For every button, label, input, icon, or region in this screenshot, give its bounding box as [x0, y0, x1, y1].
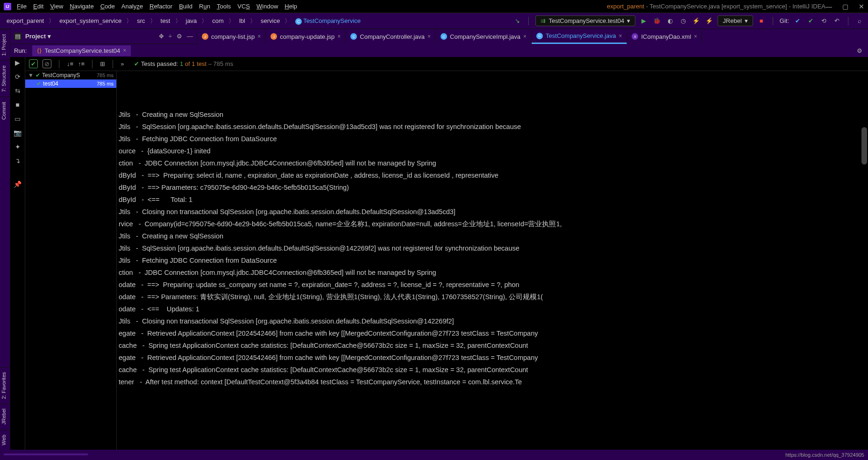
- run-settings-gear-icon[interactable]: ⚙: [855, 46, 864, 55]
- coverage-icon[interactable]: ◐: [665, 16, 675, 26]
- run-config-label: TestCompanyService.test04: [548, 17, 624, 24]
- menu-refactor[interactable]: Refactor: [149, 3, 172, 10]
- crumb-7[interactable]: service: [258, 16, 283, 25]
- crumb-3[interactable]: test: [158, 16, 173, 25]
- locate-icon[interactable]: ✥: [159, 33, 164, 40]
- editor-tab[interactable]: XICompanyDao.xml×: [627, 29, 702, 44]
- editor-tab[interactable]: CTestCompanyService.java×: [532, 29, 627, 44]
- menu-view[interactable]: View: [50, 3, 63, 10]
- menu-run[interactable]: Run: [199, 3, 210, 10]
- run-config-dropdown[interactable]: ⇉ TestCompanyService.test04 ▾: [535, 15, 635, 26]
- jrebel-debug-icon[interactable]: ⚡: [704, 16, 714, 26]
- console-line: Jtils - Creating a new SqlSession: [119, 230, 868, 242]
- console-line: dById - <== Total: 1: [119, 194, 868, 206]
- sort-up-icon[interactable]: ↑≡: [78, 60, 85, 67]
- git-update-icon[interactable]: ✔: [793, 16, 802, 26]
- git-label: Git:: [780, 17, 789, 24]
- settings-gear-icon[interactable]: ⚙: [177, 33, 182, 40]
- rail-structure[interactable]: 7: Structure: [0, 60, 10, 97]
- show-passed-toggle[interactable]: ✔: [29, 59, 38, 68]
- window-controls: — ▢ ✕: [825, 3, 864, 10]
- menu-build[interactable]: Build: [179, 3, 192, 10]
- rail-jrebel[interactable]: JRebel: [0, 403, 10, 429]
- editor-tabs: Jcompany-list.jsp×Jcompany-update.jsp×CC…: [197, 29, 868, 44]
- rail-favorites[interactable]: 2: Favorites: [0, 367, 10, 403]
- crumb-2[interactable]: src: [134, 16, 148, 25]
- menu-help[interactable]: Help: [285, 3, 297, 10]
- close-tab-icon[interactable]: ×: [619, 33, 622, 39]
- search-everywhere-icon[interactable]: ⌕: [855, 16, 864, 26]
- toggle-auto-icon[interactable]: ⇆: [15, 87, 21, 94]
- pin-settings-icon[interactable]: ✦: [15, 143, 21, 151]
- app-logo-icon: IJ: [4, 3, 11, 10]
- editor-tab[interactable]: CCompanyServiceImpl.java×: [436, 29, 532, 44]
- close-tab-icon[interactable]: ×: [694, 33, 697, 40]
- menu-tools[interactable]: Tools: [217, 3, 231, 10]
- toolbar-right: ↘ ⇉ TestCompanyService.test04 ▾ ▶ 🐞 ◐ ◷ …: [512, 15, 864, 26]
- show-ignored-toggle[interactable]: ⊘: [43, 59, 51, 68]
- status-segments: [4, 453, 88, 456]
- rail-commit[interactable]: Commit: [0, 97, 10, 124]
- close-icon[interactable]: ✕: [859, 3, 864, 10]
- debug-icon[interactable]: 🐞: [652, 16, 662, 26]
- menu-window[interactable]: Window: [256, 3, 278, 10]
- crumb-4[interactable]: java: [183, 16, 200, 25]
- expand-all-icon[interactable]: ÷: [169, 33, 172, 40]
- rail-web[interactable]: Web: [0, 430, 10, 450]
- crumb-8[interactable]: CTestCompanyService: [292, 16, 363, 26]
- editor-tab[interactable]: CCompanyController.java×: [346, 29, 436, 44]
- console-line: Jtils - Fetching JDBC Connection from Da…: [119, 254, 868, 266]
- expand-icon[interactable]: ⊞: [100, 60, 105, 67]
- console-output[interactable]: Jtils - Creating a new SqlSessionJtils -…: [117, 71, 868, 450]
- menu-file[interactable]: File: [17, 3, 27, 10]
- crumb-6[interactable]: lbl: [236, 16, 248, 25]
- git-revert-icon[interactable]: ↶: [832, 16, 841, 26]
- menu-analyze[interactable]: Analyze: [121, 3, 143, 10]
- crumb-1[interactable]: export_system_service: [57, 16, 124, 25]
- pin-icon[interactable]: 📌: [14, 180, 21, 188]
- editor-tab[interactable]: Jcompany-list.jsp×: [197, 29, 266, 44]
- git-commit-icon[interactable]: ✔: [806, 16, 815, 26]
- rail-project[interactable]: 1: Project: [0, 29, 10, 60]
- dump-icon[interactable]: ▭: [14, 115, 21, 122]
- rerun-failed-icon[interactable]: ⟳: [15, 73, 21, 80]
- run-icon[interactable]: ▶: [639, 16, 648, 26]
- stop-icon[interactable]: ■: [15, 101, 19, 108]
- layout-icon[interactable]: 📷: [14, 129, 21, 137]
- editor-tab[interactable]: Jcompany-update.jsp×: [266, 29, 346, 44]
- crumb-0[interactable]: export_parent: [4, 16, 47, 25]
- close-tab-icon[interactable]: ×: [337, 33, 341, 40]
- menu-vcs[interactable]: VCS: [237, 3, 250, 10]
- close-run-tab-icon[interactable]: ×: [123, 47, 126, 54]
- close-tab-icon[interactable]: ×: [427, 33, 431, 40]
- test-tree-item[interactable]: ✔ test04 785 ms: [25, 79, 116, 88]
- run-tab[interactable]: ⟨⟩ TestCompanyService.test04 ×: [32, 45, 131, 56]
- jrebel-label: JRebel: [723, 17, 741, 24]
- hide-icon[interactable]: —: [187, 33, 193, 40]
- build-hammer-icon[interactable]: ↘: [512, 16, 522, 26]
- scrollbar-vertical[interactable]: [861, 127, 867, 165]
- export-icon[interactable]: ↴: [15, 157, 21, 165]
- close-tab-icon[interactable]: ×: [523, 33, 526, 40]
- console-line: cache - Spring test ApplicationContext c…: [119, 364, 868, 376]
- more-icon[interactable]: »: [121, 60, 124, 67]
- menu-code[interactable]: Code: [100, 3, 115, 10]
- menu-navigate[interactable]: Navigate: [70, 3, 93, 10]
- jrebel-run-icon[interactable]: ⚡: [691, 16, 701, 26]
- play-arrows-icon: ⇉: [541, 17, 546, 24]
- close-tab-icon[interactable]: ×: [257, 33, 261, 40]
- test-tree-root[interactable]: ▼ ✔ TestCompanyS 785 ms: [25, 71, 116, 79]
- maximize-icon[interactable]: ▢: [842, 3, 848, 10]
- console-line: odate - ==> Preparing: update ss_company…: [119, 279, 868, 291]
- jrebel-dropdown[interactable]: JRebel ▾: [718, 15, 753, 26]
- git-history-icon[interactable]: ⟲: [819, 16, 828, 26]
- crumb-5[interactable]: com: [209, 16, 227, 25]
- stop-icon[interactable]: ■: [757, 16, 766, 26]
- rerun-icon[interactable]: ▶: [15, 59, 20, 66]
- project-dropdown[interactable]: Project ▾: [25, 33, 51, 40]
- menu-edit[interactable]: Edit: [33, 3, 43, 10]
- minimize-icon[interactable]: —: [825, 3, 832, 10]
- profile-icon[interactable]: ◷: [678, 16, 688, 26]
- sort-down-icon[interactable]: ↓≡: [67, 60, 73, 67]
- editor-tab-label: CompanyController.java: [360, 33, 425, 40]
